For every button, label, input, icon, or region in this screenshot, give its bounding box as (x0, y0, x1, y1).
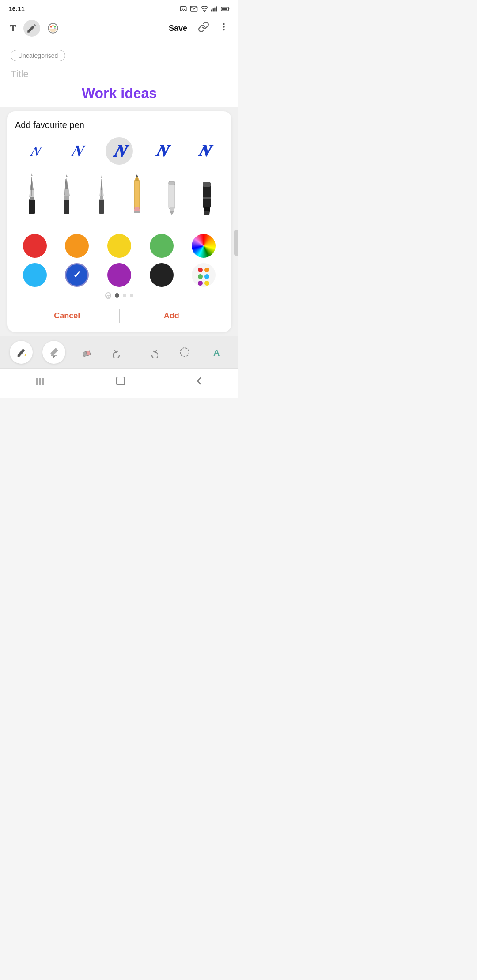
more-vertical-icon (219, 22, 229, 32)
color-green[interactable] (150, 234, 174, 258)
svg-rect-27 (64, 196, 69, 200)
svg-point-14 (52, 25, 54, 27)
svg-point-19 (223, 29, 225, 31)
svg-point-3 (204, 11, 205, 12)
svg-point-15 (54, 26, 56, 28)
nav-menu-button[interactable] (24, 373, 57, 391)
multi-dot-2 (204, 268, 209, 272)
svg-text:+: + (205, 7, 207, 9)
highlight-icon (48, 346, 60, 358)
palette-icon (47, 23, 59, 34)
photo-icon (179, 5, 187, 13)
pen-nib-2[interactable] (56, 173, 77, 217)
svg-rect-59 (50, 348, 58, 356)
svg-marker-48 (170, 211, 174, 215)
svg-rect-54 (203, 197, 211, 199)
multi-dot-1 (198, 268, 203, 272)
svg-rect-66 (36, 378, 38, 385)
multi-dot-3 (198, 274, 203, 279)
clock-icon (106, 295, 110, 299)
pagination (15, 292, 223, 298)
add-favourite-pen-panel: Add favourite pen 𝑁 𝑵 𝑵 𝑵 𝑵 (7, 111, 231, 332)
pen-style-3[interactable]: 𝑵 (106, 137, 133, 165)
color-red[interactable] (23, 234, 47, 258)
pen-style-5[interactable]: 𝑵 (190, 137, 218, 165)
pen-style-3-preview: 𝑵 (114, 141, 125, 161)
page-dot-1 (115, 293, 119, 298)
link-button[interactable] (195, 19, 212, 38)
page-dot-2 (123, 294, 126, 297)
scrollbar-hint (234, 230, 238, 256)
pen-style-4[interactable]: 𝑵 (148, 137, 175, 165)
color-section (15, 228, 223, 287)
palette-tool-button[interactable] (45, 20, 61, 37)
pen-style-4-preview: 𝑵 (156, 142, 167, 160)
nav-back-button[interactable] (184, 373, 215, 391)
cancel-button[interactable]: Cancel (15, 307, 119, 325)
main-toolbar: T Save (0, 16, 238, 41)
pen-style-1[interactable]: 𝑁 (21, 137, 48, 165)
svg-rect-47 (170, 207, 174, 211)
lasso-icon (178, 346, 191, 358)
svg-point-18 (223, 26, 225, 28)
note-content: Work ideas (11, 85, 228, 107)
pen-marker-white[interactable] (161, 173, 182, 217)
pen-tool-button[interactable] (23, 20, 40, 37)
pen-styles-row: 𝑁 𝑵 𝑵 𝑵 𝑵 (15, 137, 223, 165)
page-dot-clock (105, 292, 111, 298)
pen-images-row (15, 173, 223, 223)
pen-nib-2-svg (56, 173, 77, 217)
eraser-button[interactable] (75, 341, 98, 364)
undo-button[interactable] (108, 341, 131, 364)
color-row-1 (15, 234, 223, 258)
mail-icon (190, 5, 198, 13)
text-tool-button[interactable]: T (7, 20, 19, 37)
pen-nib-1[interactable] (21, 173, 42, 217)
svg-rect-8 (216, 6, 217, 11)
svg-text:A: A (213, 348, 220, 358)
pen-pencil[interactable] (126, 173, 148, 217)
highlight-button[interactable] (42, 341, 65, 364)
text-format-icon: A (211, 346, 223, 358)
lasso-button[interactable] (173, 341, 196, 364)
svg-marker-37 (101, 175, 102, 178)
panel-title: Add favourite pen (15, 120, 223, 130)
color-yellow[interactable] (107, 234, 131, 258)
color-black[interactable] (150, 263, 174, 287)
pen-style-2[interactable]: 𝑵 (63, 137, 91, 165)
svg-rect-40 (134, 211, 140, 213)
svg-rect-21 (30, 197, 34, 200)
pen-marker-black-svg (196, 173, 217, 217)
color-purple[interactable] (107, 263, 131, 287)
svg-rect-10 (229, 8, 230, 9)
more-options-button[interactable] (216, 19, 231, 37)
svg-rect-33 (100, 196, 103, 200)
save-button[interactable]: Save (165, 21, 191, 36)
svg-marker-31 (66, 174, 68, 177)
text-format-button[interactable]: A (206, 341, 229, 364)
pen-star-button[interactable] (10, 341, 33, 364)
text-tool-icon: T (10, 23, 16, 34)
nav-bar (0, 368, 238, 398)
svg-rect-26 (64, 198, 69, 214)
battery-icon (221, 6, 230, 12)
color-orange[interactable] (65, 234, 89, 258)
svg-rect-11 (222, 8, 227, 10)
note-tag[interactable]: Uncategorised (11, 50, 65, 61)
color-blue[interactable] (65, 263, 89, 287)
pen-nib-3[interactable] (91, 173, 112, 217)
note-title-label: Title (11, 68, 228, 80)
panel-actions: Cancel Add (15, 302, 223, 325)
svg-line-57 (108, 297, 109, 298)
wifi-icon: + (201, 5, 208, 12)
color-multi[interactable] (192, 263, 216, 287)
svg-rect-68 (42, 378, 44, 385)
redo-button[interactable] (140, 341, 163, 364)
color-cyan[interactable] (23, 263, 47, 287)
pen-marker-white-svg (161, 173, 182, 217)
color-rainbow[interactable] (192, 234, 216, 258)
add-button[interactable]: Add (120, 307, 224, 325)
link-icon (198, 21, 209, 33)
nav-home-button[interactable] (105, 373, 136, 392)
pen-marker-black[interactable] (196, 173, 217, 217)
